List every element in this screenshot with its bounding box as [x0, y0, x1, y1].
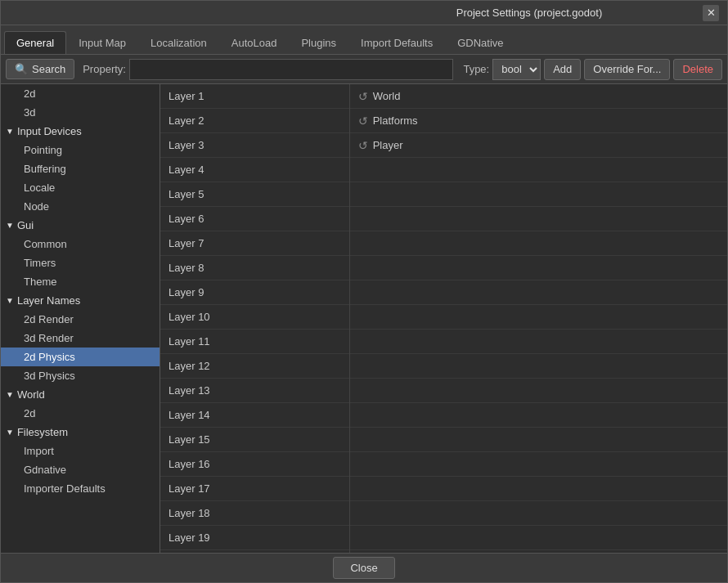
reset-icon[interactable]: ↺ [358, 114, 368, 128]
tab-import-defaults[interactable]: Import Defaults [348, 31, 445, 54]
table-row[interactable]: Layer 3 [160, 133, 349, 158]
sidebar-item-3d-physics[interactable]: 3d Physics [1, 366, 160, 385]
table-row[interactable]: Layer 1 [160, 84, 349, 109]
table-row[interactable]: Layer 7 [160, 231, 349, 256]
table-row[interactable]: Layer 14 [160, 403, 349, 428]
type-label: Type: [463, 63, 489, 75]
sidebar-item-world[interactable]: ▼ World [1, 385, 160, 404]
table-row[interactable]: Layer 4 [160, 158, 349, 182]
sidebar-item-import[interactable]: Import [1, 442, 160, 460]
table-row[interactable]: Layer 12 [160, 354, 349, 379]
sidebar-item-label: Layer Names [17, 294, 80, 307]
value-row[interactable] [350, 305, 727, 330]
value-row[interactable] [350, 501, 727, 526]
arrow-icon: ▼ [6, 221, 14, 230]
value-row[interactable] [350, 256, 727, 280]
sidebar-item-gdnative[interactable]: Gdnative [1, 460, 160, 479]
value-label: Platforms [373, 114, 418, 127]
layers-column: Layer 1 Layer 2 Layer 3 Layer 4 Layer 5 … [160, 84, 350, 553]
value-row[interactable]: ↺ World [350, 84, 727, 109]
footer: Close [1, 553, 727, 582]
sidebar-item-pointing[interactable]: Pointing [1, 141, 160, 159]
tab-plugins[interactable]: Plugins [289, 31, 348, 54]
value-row[interactable] [350, 477, 727, 501]
sidebar-item-common[interactable]: Common [1, 235, 160, 253]
sidebar-item-label: 3d Render [24, 332, 74, 344]
sidebar-item-label: Timers [24, 257, 56, 269]
sidebar-item-input-devices[interactable]: ▼ Input Devices [1, 122, 160, 141]
sidebar-item-label: 2d [24, 87, 35, 100]
table-row[interactable]: Layer 19 [160, 526, 349, 550]
type-select[interactable]: bool [492, 59, 541, 80]
sidebar: 2d 3d ▼ Input Devices Pointing Buffering… [1, 84, 160, 553]
tab-general[interactable]: General [4, 31, 66, 54]
sidebar-item-label: Input Devices [17, 125, 82, 137]
value-row[interactable] [350, 280, 727, 305]
table-row[interactable]: Layer 5 [160, 182, 349, 207]
table-row[interactable]: Layer 13 [160, 379, 349, 403]
sidebar-item-3d-render[interactable]: 3d Render [1, 329, 160, 348]
search-icon: 🔍 [15, 63, 28, 75]
arrow-icon: ▼ [6, 428, 14, 437]
tab-input-map[interactable]: Input Map [66, 31, 138, 54]
override-button[interactable]: Override For... [584, 59, 670, 80]
sidebar-item-layer-names[interactable]: ▼ Layer Names [1, 291, 160, 310]
sidebar-item-buffering[interactable]: Buffering [1, 159, 160, 178]
value-row[interactable]: ↺ Player [350, 133, 727, 158]
sidebar-item-label: Gui [17, 219, 34, 231]
sidebar-item-3d[interactable]: 3d [1, 103, 160, 122]
sidebar-item-label: Theme [24, 276, 56, 288]
sidebar-item-node[interactable]: Node [1, 197, 160, 216]
property-input[interactable] [129, 59, 453, 80]
table-row[interactable]: Layer 11 [160, 330, 349, 354]
value-row[interactable]: ↺ Platforms [350, 109, 727, 133]
table-row[interactable]: Layer 10 [160, 305, 349, 330]
search-label: Search [32, 63, 65, 75]
sidebar-item-2d-physics[interactable]: 2d Physics [1, 348, 160, 366]
value-row[interactable] [350, 452, 727, 477]
sidebar-item-2d-render[interactable]: 2d Render [1, 310, 160, 329]
table-row[interactable]: Layer 18 [160, 501, 349, 526]
close-button[interactable]: Close [333, 557, 394, 579]
sidebar-item-2d[interactable]: 2d [1, 84, 160, 103]
sidebar-item-gui[interactable]: ▼ Gui [1, 216, 160, 235]
window-close-button[interactable]: ✕ [703, 5, 719, 21]
value-row[interactable] [350, 207, 727, 231]
value-row[interactable] [350, 330, 727, 354]
reset-icon[interactable]: ↺ [358, 139, 368, 152]
search-button[interactable]: 🔍 Search [6, 59, 74, 79]
add-button[interactable]: Add [544, 59, 581, 80]
sidebar-item-importer-defaults[interactable]: Importer Defaults [1, 479, 160, 498]
sidebar-item-label: Node [24, 200, 49, 213]
arrow-icon: ▼ [6, 296, 14, 305]
value-row[interactable] [350, 182, 727, 207]
tab-localization[interactable]: Localization [138, 31, 219, 54]
value-row[interactable] [350, 231, 727, 256]
value-row[interactable] [350, 354, 727, 379]
value-row[interactable] [350, 379, 727, 403]
table-row[interactable]: Layer 2 [160, 109, 349, 133]
sidebar-item-world-2d[interactable]: 2d [1, 404, 160, 423]
sidebar-item-timers[interactable]: Timers [1, 253, 160, 272]
sidebar-item-label: Filesystem [17, 426, 68, 438]
reset-icon[interactable]: ↺ [358, 90, 368, 103]
sidebar-item-label: Buffering [24, 163, 66, 175]
table-row[interactable]: Layer 15 [160, 428, 349, 452]
table-row[interactable]: Layer 6 [160, 207, 349, 231]
value-row[interactable] [350, 428, 727, 452]
value-row[interactable] [350, 158, 727, 182]
table-row[interactable]: Layer 8 [160, 256, 349, 280]
tab-gdnative[interactable]: GDNative [445, 31, 515, 54]
tab-autoload[interactable]: AutoLoad [219, 31, 290, 54]
delete-button[interactable]: Delete [673, 59, 722, 80]
value-row[interactable] [350, 403, 727, 428]
value-row[interactable] [350, 526, 727, 550]
table-row[interactable]: Layer 17 [160, 477, 349, 501]
window-title: Project Settings (project.godot) [356, 7, 703, 19]
sidebar-item-theme[interactable]: Theme [1, 272, 160, 291]
sidebar-item-filesystem[interactable]: ▼ Filesystem [1, 423, 160, 442]
table-row[interactable]: Layer 16 [160, 452, 349, 477]
sidebar-item-locale[interactable]: Locale [1, 178, 160, 197]
table-row[interactable]: Layer 9 [160, 280, 349, 305]
sidebar-item-label: Import [24, 445, 54, 457]
